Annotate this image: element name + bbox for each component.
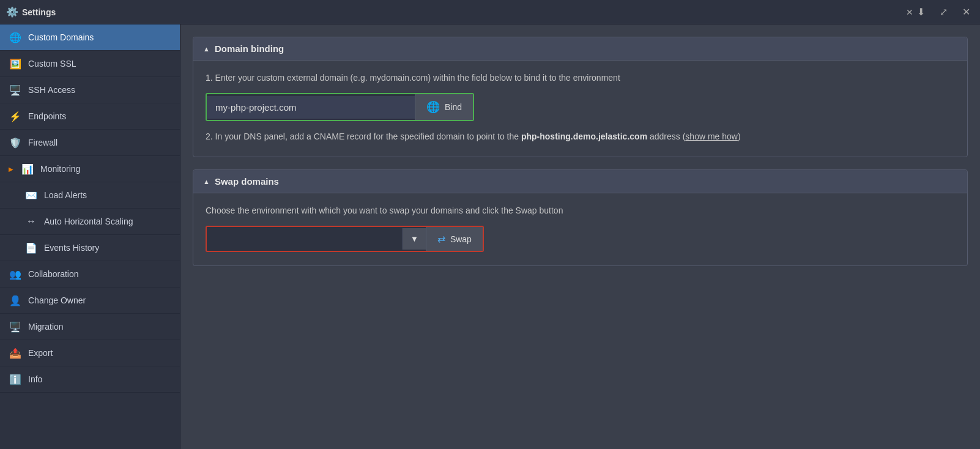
domain-binding-panel: ▲ Domain binding 1. Enter your custom ex… xyxy=(193,37,968,157)
dns-address: php-hosting.demo.jelastic.com xyxy=(521,132,647,141)
tab-close-btn[interactable]: ✕ xyxy=(906,7,913,17)
chevron-down-icon: ▼ xyxy=(410,234,418,243)
swap-domains-body: Choose the environment with which you wa… xyxy=(193,193,967,265)
sidebar-label-custom-ssl: Custom SSL xyxy=(28,59,76,69)
swap-description: Choose the environment with which you wa… xyxy=(206,204,955,217)
bind-row: 🌐 Bind xyxy=(206,93,474,121)
domain-binding-body: 1. Enter your custom external domain (e.… xyxy=(193,61,967,157)
sidebar-item-events-history[interactable]: 📄 Events History xyxy=(0,235,180,261)
domain-binding-collapse-icon: ▲ xyxy=(203,45,210,53)
swap-dropdown-arrow-btn[interactable]: ▼ xyxy=(403,228,426,250)
sidebar-item-custom-ssl[interactable]: 🖼️ Custom SSL xyxy=(0,51,180,77)
events-history-icon: 📄 xyxy=(24,241,38,254)
domain-binding-title: Domain binding xyxy=(215,43,284,54)
info-icon: ℹ️ xyxy=(9,373,22,386)
show-me-how-link[interactable]: show me how xyxy=(685,132,738,141)
sidebar-item-migration[interactable]: 🖥️ Migration xyxy=(0,314,180,340)
settings-window: ⚙️ Settings ✕ ⬇ ⤢ ✕ 🌐 Custom Domains 🖼️ … xyxy=(0,0,980,449)
sidebar-item-ssh-access[interactable]: 🖥️ SSH Access xyxy=(0,77,180,103)
swap-domains-collapse-icon: ▲ xyxy=(203,178,210,185)
sidebar-item-info[interactable]: ℹ️ Info xyxy=(0,366,180,393)
sidebar-label-auto-scaling: Auto Horizontal Scaling xyxy=(44,217,133,226)
collaboration-icon: 👥 xyxy=(9,267,22,281)
dns-instruction: 2. In your DNS panel, add a CNAME record… xyxy=(206,130,955,143)
bind-icon: 🌐 xyxy=(426,100,440,114)
sidebar-item-firewall[interactable]: 🛡️ Firewall xyxy=(0,130,180,156)
main-area: 🌐 Custom Domains 🖼️ Custom SSL 🖥️ SSH Ac… xyxy=(0,24,980,449)
migration-icon: 🖥️ xyxy=(9,320,22,333)
sidebar: 🌐 Custom Domains 🖼️ Custom SSL 🖥️ SSH Ac… xyxy=(0,24,180,449)
bind-button[interactable]: 🌐 Bind xyxy=(415,94,473,120)
sidebar-label-collaboration: Collaboration xyxy=(28,269,79,279)
sidebar-item-export[interactable]: 📤 Export xyxy=(0,340,180,366)
ssh-icon: 🖥️ xyxy=(9,83,22,97)
domain-binding-header: ▲ Domain binding xyxy=(193,37,967,61)
change-owner-icon: 👤 xyxy=(9,294,22,307)
sidebar-label-firewall: Firewall xyxy=(28,138,58,147)
swap-domains-title: Swap domains xyxy=(215,176,279,187)
window-title: Settings xyxy=(22,7,901,17)
custom-domains-icon: 🌐 xyxy=(9,31,22,44)
settings-icon: ⚙️ xyxy=(6,6,18,18)
swap-row: ▼ ⇄ Swap xyxy=(206,226,484,252)
endpoints-icon: ⚡ xyxy=(9,109,22,123)
sidebar-item-change-owner[interactable]: 👤 Change Owner xyxy=(0,288,180,314)
monitoring-collapse-icon: ▶ xyxy=(9,166,13,173)
sidebar-label-custom-domains: Custom Domains xyxy=(28,32,94,42)
sidebar-label-ssh: SSH Access xyxy=(28,85,75,95)
dns-text-part2: address ( xyxy=(647,132,685,141)
resize-btn[interactable]: ⤢ xyxy=(936,5,951,19)
dns-text-part3: ) xyxy=(738,132,741,141)
sidebar-label-monitoring: Monitoring xyxy=(40,164,80,174)
swap-icon: ⇄ xyxy=(437,233,445,245)
swap-domains-header: ▲ Swap domains xyxy=(193,170,967,193)
domain-input[interactable] xyxy=(207,96,415,119)
sidebar-label-events-history: Events History xyxy=(44,243,99,253)
export-icon: 📤 xyxy=(9,346,22,360)
sidebar-label-export: Export xyxy=(28,348,53,358)
swap-domains-panel: ▲ Swap domains Choose the environment wi… xyxy=(193,169,968,266)
title-bar: ⚙️ Settings ✕ ⬇ ⤢ ✕ xyxy=(0,0,980,24)
bind-button-label: Bind xyxy=(445,102,462,112)
sidebar-label-info: Info xyxy=(28,374,42,384)
sidebar-item-auto-horizontal-scaling[interactable]: ↔️ Auto Horizontal Scaling xyxy=(0,209,180,235)
auto-scaling-icon: ↔️ xyxy=(24,215,38,228)
sidebar-item-monitoring[interactable]: ▶ 📊 Monitoring xyxy=(0,156,180,182)
sidebar-item-load-alerts[interactable]: ✉️ Load Alerts xyxy=(0,182,180,209)
sidebar-label-endpoints: Endpoints xyxy=(28,111,66,121)
dns-text-part1: 2. In your DNS panel, add a CNAME record… xyxy=(206,132,521,141)
monitoring-icon: 📊 xyxy=(21,162,34,176)
sidebar-label-load-alerts: Load Alerts xyxy=(44,190,87,200)
content-area: ▲ Domain binding 1. Enter your custom ex… xyxy=(180,24,980,449)
sidebar-label-migration: Migration xyxy=(28,322,64,332)
custom-ssl-icon: 🖼️ xyxy=(9,57,22,70)
download-btn[interactable]: ⬇ xyxy=(913,5,929,19)
swap-button-label: Swap xyxy=(450,234,472,244)
title-bar-controls: ⬇ ⤢ ✕ xyxy=(913,5,974,19)
sidebar-item-collaboration[interactable]: 👥 Collaboration xyxy=(0,261,180,288)
domain-binding-description: 1. Enter your custom external domain (e.… xyxy=(206,72,955,84)
load-alerts-icon: ✉️ xyxy=(24,188,38,202)
close-btn[interactable]: ✕ xyxy=(959,5,974,19)
swap-environment-input[interactable] xyxy=(207,228,403,250)
swap-button[interactable]: ⇄ Swap xyxy=(426,227,483,251)
firewall-icon: 🛡️ xyxy=(9,136,22,149)
sidebar-item-endpoints[interactable]: ⚡ Endpoints xyxy=(0,103,180,130)
sidebar-item-custom-domains[interactable]: 🌐 Custom Domains xyxy=(0,24,180,51)
sidebar-label-change-owner: Change Owner xyxy=(28,295,86,305)
